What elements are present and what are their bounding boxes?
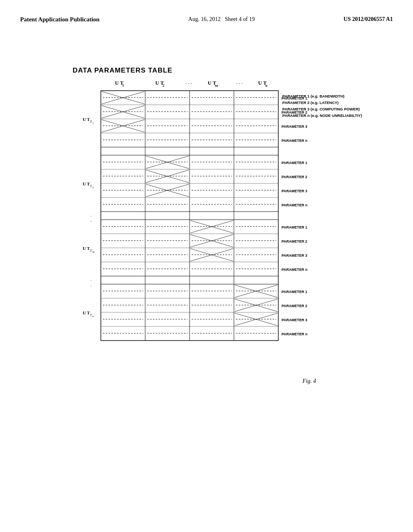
- publication-number: US 2012/0206557 A1: [344, 16, 393, 23]
- row-param-g3-r1: PARAMETER 1: [282, 225, 307, 229]
- row-param-g2-r2: PARAMETER 2: [282, 175, 307, 179]
- svg-text:.: .: [90, 282, 92, 287]
- col-dots-2: . . .: [236, 79, 243, 85]
- svg-text:m: m: [92, 250, 95, 254]
- svg-text:.: .: [90, 218, 92, 222]
- row-param-g4-rn: PARAMETER n: [282, 332, 307, 336]
- row-param-g1-r3: PARAMETER 3: [282, 125, 307, 129]
- row-param-g2-r1: PARAMETER 1: [282, 161, 307, 165]
- svg-text:T: T: [90, 185, 92, 188]
- param-legend-2: PARAMETER 2 (e.g. LATENCY): [282, 100, 339, 105]
- col-header-utn-sub: n: [265, 83, 267, 87]
- table-title: DATA PARAMETERS TABLE: [73, 66, 173, 74]
- row-dots-1: .: [90, 212, 92, 217]
- page-header: Patent Application Publication Aug. 16, …: [0, 0, 413, 23]
- row-param-g4-r3: PARAMETER 3: [282, 318, 307, 322]
- svg-text:T: T: [90, 249, 92, 253]
- row-group-label-ut-tm: U T: [83, 246, 90, 251]
- publication-title: Patent Application Publication: [20, 16, 100, 23]
- data-parameters-table-diagram: DATA PARAMETERS TABLE U T 1 U T 2 . . . …: [20, 40, 393, 516]
- row-param-g3-r2: PARAMETER 2: [282, 239, 307, 243]
- svg-text:T: T: [90, 314, 92, 317]
- publication-date-sheet: Aug. 16, 2012 Sheet 4 of 19: [188, 16, 255, 23]
- col-header-ut2-sub: 2: [163, 83, 165, 87]
- row-param-g3-r3: PARAMETER 3: [282, 254, 307, 258]
- col-header-ut1-sub: 1: [122, 83, 124, 87]
- figure-label: Fig. 4: [302, 378, 316, 384]
- row-param-g2-r3: PARAMETER 3: [282, 189, 307, 193]
- row-group-label-ut-t2: U T: [83, 181, 90, 186]
- row-param-g1-r1: PARAMETER 1: [282, 96, 307, 100]
- row-param-g1-r2: PARAMETER 2: [282, 110, 307, 114]
- row-param-g4-r2: PARAMETER 2: [282, 304, 307, 308]
- svg-text:T: T: [90, 120, 92, 124]
- svg-text:n: n: [92, 315, 94, 318]
- col-dots-1: . . .: [186, 79, 192, 85]
- col-header-utm-sub: m: [215, 83, 218, 87]
- row-group-label-ut-t1: U T: [83, 117, 90, 122]
- row-param-g3-rn: PARAMETER n: [282, 268, 307, 272]
- row-group-label-ut-tn: U T: [83, 310, 90, 315]
- row-param-g1-rn: PARAMETER n: [282, 139, 307, 143]
- svg-text:1: 1: [92, 121, 94, 125]
- row-dots-2: .: [90, 277, 92, 282]
- row-param-g4-r1: PARAMETER 1: [282, 290, 307, 294]
- row-param-g2-rn: PARAMETER n: [282, 203, 307, 207]
- svg-text:2: 2: [92, 186, 94, 189]
